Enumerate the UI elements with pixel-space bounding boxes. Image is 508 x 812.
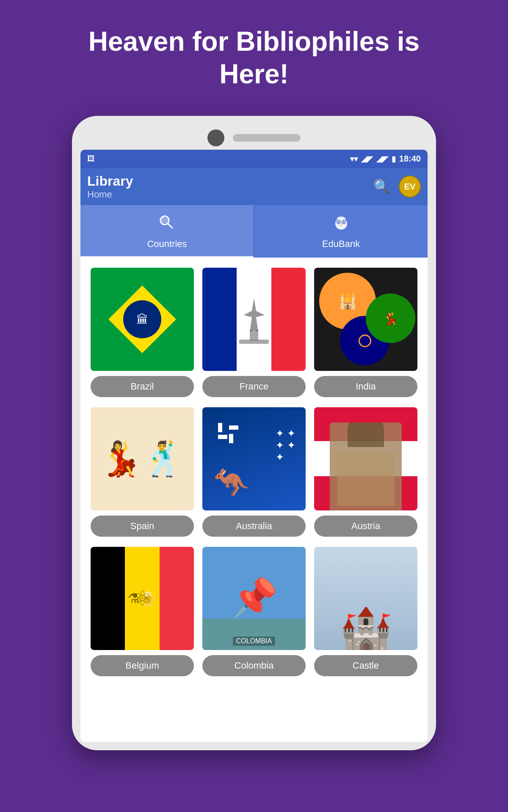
country-label-brazil: Brazil [91, 376, 194, 397]
signal-icon-2: ◢◤ [376, 154, 388, 164]
tabs-bar: Countries [80, 205, 428, 258]
country-label-india: India [314, 376, 417, 397]
svg-line-1 [168, 223, 172, 228]
country-image-belgium: ⚗🍺 ⚛ [91, 547, 194, 650]
country-card-australia[interactable]: 🦘 ✦ ✦✦ ✦✦ Australia [202, 407, 306, 537]
svg-rect-3 [162, 217, 164, 218]
ev-logo-text: EV [404, 182, 416, 192]
svg-rect-17 [239, 340, 269, 344]
app-bar-title-block: Library Home [87, 173, 133, 200]
countries-grid-row2: 💃🕺 Spain [80, 407, 428, 547]
ev-logo[interactable]: EV [399, 176, 421, 198]
country-card-castle[interactable]: 🏰 Castle [314, 547, 417, 676]
tab-countries[interactable]: Countries [80, 205, 254, 258]
countries-grid-row3: ⚗🍺 ⚛ Belgium 📌 COLOMBIA [80, 547, 428, 686]
svg-point-9 [338, 221, 339, 222]
countries-grid: 🏛 Brazil [80, 258, 428, 407]
svg-text:🏛: 🏛 [136, 313, 148, 326]
country-image-india: 🕌 💃 [314, 268, 417, 371]
svg-rect-2 [161, 218, 168, 223]
svg-point-10 [343, 221, 344, 222]
app-bar-icons: 🔍 EV [373, 176, 421, 198]
svg-rect-16 [250, 330, 258, 340]
image-icon: 🖼 [87, 154, 95, 163]
tab-countries-label: Countries [147, 239, 187, 250]
phone-top-bar [80, 124, 428, 150]
country-image-castle: 🏰 [314, 547, 417, 650]
country-image-brazil: 🏛 [91, 268, 194, 371]
status-time: 18:40 [399, 154, 421, 164]
search-icon[interactable]: 🔍 [373, 178, 390, 195]
country-card-france[interactable]: France [202, 268, 306, 397]
wifi-icon: ▾▾ [350, 154, 358, 164]
app-bar: Library Home 🔍 EV [80, 168, 428, 205]
country-card-brazil[interactable]: 🏛 Brazil [91, 268, 194, 397]
country-image-colombia: 📌 COLOMBIA [202, 547, 306, 650]
phone-frame: 🖼 ▾▾ ◢◤ ◢◤ ▮ 18:40 Library Home 🔍 EV [72, 116, 436, 750]
country-label-spain: Spain [91, 516, 194, 537]
country-card-india[interactable]: 🕌 💃 India [314, 268, 417, 397]
hero-title: Heaven for Bibliophiles is Here! [85, 25, 423, 91]
country-card-spain[interactable]: 💃🕺 Spain [91, 407, 194, 537]
tab-edubank[interactable]: EduBank [254, 205, 428, 258]
status-bar: 🖼 ▾▾ ◢◤ ◢◤ ▮ 18:40 [80, 150, 428, 168]
country-image-spain: 💃🕺 [91, 407, 194, 510]
edubank-tab-icon [331, 212, 351, 236]
tab-edubank-label: EduBank [322, 239, 360, 250]
signal-icon: ◢◤ [361, 154, 373, 164]
phone-speaker [233, 134, 301, 142]
app-subtitle: Home [87, 189, 133, 200]
country-label-castle: Castle [314, 655, 417, 676]
country-image-france [202, 268, 306, 371]
battery-icon: ▮ [392, 154, 396, 164]
country-card-belgium[interactable]: ⚗🍺 ⚛ Belgium [91, 547, 194, 676]
status-bar-left: 🖼 [87, 154, 95, 163]
app-title: Library [87, 173, 133, 189]
country-image-australia: 🦘 ✦ ✦✦ ✦✦ [202, 407, 306, 510]
country-label-australia: Australia [202, 516, 306, 537]
country-image-austria [314, 407, 417, 510]
country-label-austria: Austria [314, 516, 417, 537]
country-card-austria[interactable]: Austria [314, 407, 417, 537]
country-label-belgium: Belgium [91, 655, 194, 676]
countries-tab-icon [157, 212, 177, 236]
svg-point-4 [335, 218, 347, 230]
phone-camera [207, 129, 224, 146]
country-card-colombia[interactable]: 📌 COLOMBIA Colombia [202, 547, 306, 676]
country-label-colombia: Colombia [202, 655, 306, 676]
phone-screen: 🖼 ▾▾ ◢◤ ◢◤ ▮ 18:40 Library Home 🔍 EV [80, 150, 428, 742]
country-label-france: France [202, 376, 306, 397]
status-bar-right: ▾▾ ◢◤ ◢◤ ▮ 18:40 [350, 154, 421, 164]
